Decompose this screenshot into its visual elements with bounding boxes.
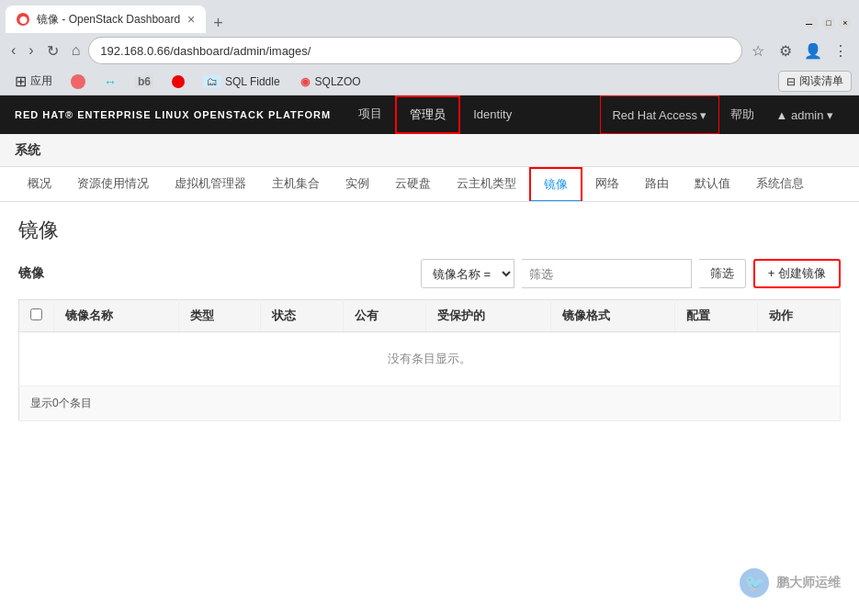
sqlzoo-icon: ◉	[299, 75, 311, 88]
close-window-button[interactable]: ×	[839, 17, 852, 29]
extensions-icon[interactable]: ⚙	[774, 39, 797, 62]
tab-close-button[interactable]: ×	[187, 12, 195, 27]
secondary-nav: 系统	[0, 134, 859, 167]
address-input[interactable]	[89, 38, 741, 63]
new-tab-button[interactable]: +	[206, 14, 231, 33]
section-label: 系统	[15, 142, 40, 159]
col-public: 公有	[344, 300, 426, 332]
tab-favicon: ⬤	[17, 13, 29, 26]
nav-item-project[interactable]: 项目	[345, 95, 395, 134]
admin-menu-button[interactable]: ▲ admin ▾	[765, 95, 845, 134]
subnav-sysinfo[interactable]: 系统信息	[743, 167, 817, 202]
reading-icon: ⊟	[786, 75, 796, 88]
bookmark-apps[interactable]: ⊞ 应用	[7, 71, 60, 92]
subnav-host-aggregates[interactable]: 主机集合	[259, 167, 333, 202]
bookmark-red[interactable]	[164, 73, 192, 90]
reload-button[interactable]: ↻	[43, 40, 62, 62]
bookmarks-bar: ⊞ 应用 ↔ b6 🗂 SQL Fiddle ◉ SQLZOO ⊟ 阅读清单	[0, 68, 859, 95]
subnav-images[interactable]: 镜像	[529, 167, 582, 202]
subnav-instances[interactable]: 实例	[333, 167, 382, 202]
menu-icon[interactable]: ⋮	[830, 39, 852, 62]
subnav-defaults[interactable]: 默认值	[682, 167, 743, 202]
red-hat-access-button[interactable]: Red Hat Access ▾	[600, 95, 718, 134]
help-button[interactable]: 帮助	[719, 95, 765, 134]
table-footer: 显示0个条目	[19, 386, 841, 421]
browser-tab[interactable]: ⬤ 镜像 - OpenStack Dashboard ×	[6, 6, 206, 33]
subnav-volumes[interactable]: 云硬盘	[382, 167, 444, 202]
col-name: 镜像名称	[54, 300, 179, 332]
col-protected: 受保护的	[426, 300, 551, 332]
watermark: 🐦 鹏大师运维	[740, 568, 841, 598]
nav-item-admin[interactable]: 管理员	[395, 95, 460, 134]
red-circle-icon	[172, 75, 185, 88]
bookmark-right: ⊟ 阅读清单	[778, 71, 852, 92]
bookmark-sqlfiddle[interactable]: 🗂 SQL Fiddle	[196, 73, 288, 90]
filter-input[interactable]	[522, 259, 692, 288]
checkbox-col-header	[19, 300, 54, 332]
subnav-overview[interactable]: 概况	[15, 167, 64, 202]
openstack-ui: RED HAT® ENTERPRISE LINUX OPENSTACK PLAT…	[0, 95, 859, 436]
subnav-flavors[interactable]: 云主机类型	[444, 167, 529, 202]
forward-button[interactable]: ›	[25, 40, 37, 61]
images-table: 镜像名称 类型 状态 公有 受保护的 镜像格式 配置 动作 没有条目显示。 显示…	[18, 299, 841, 421]
create-image-button[interactable]: + 创建镜像	[753, 259, 841, 288]
minimize-button[interactable]: –	[806, 17, 819, 29]
col-action: 动作	[758, 300, 841, 332]
bookmark-sqlzoo[interactable]: ◉ SQLZOO	[291, 73, 368, 90]
col-format: 镜像格式	[550, 300, 675, 332]
filter-button[interactable]: 筛选	[699, 259, 746, 288]
table-header-row: 镜像名称 类型 状态 公有 受保护的 镜像格式 配置 动作	[19, 300, 841, 332]
subnav-hypervisors[interactable]: 虚拟机管理器	[162, 167, 259, 202]
profile-icon[interactable]: 👤	[802, 39, 824, 62]
col-status: 状态	[261, 300, 344, 332]
top-nav: RED HAT® ENTERPRISE LINUX OPENSTACK PLAT…	[0, 95, 859, 134]
empty-row: 没有条目显示。	[19, 332, 841, 386]
page-content: 镜像 镜像 镜像名称 = 筛选 + 创建镜像 镜像名称 类型 状态 公	[0, 202, 859, 436]
subnav-routers[interactable]: 路由	[632, 167, 682, 202]
filter-select[interactable]: 镜像名称 =	[421, 259, 514, 288]
watermark-icon: 🐦	[740, 568, 769, 598]
nav-item-identity[interactable]: Identity	[460, 95, 525, 134]
star-icon[interactable]: ☆	[747, 39, 769, 62]
home-button[interactable]: ⌂	[68, 40, 85, 61]
col-type: 类型	[178, 300, 261, 332]
orange-circle-icon	[71, 74, 85, 89]
address-bar-row: ‹ › ↻ ⌂ ☆ ⚙ 👤 ⋮	[0, 33, 859, 68]
table-footer-row: 显示0个条目	[19, 386, 841, 421]
toolbar-icons: ☆ ⚙ 👤 ⋮	[747, 39, 852, 62]
sqlfiddle-icon: 🗂	[203, 75, 221, 88]
watermark-text: 鹏大师运维	[776, 575, 841, 591]
bookmark-b6[interactable]: b6	[128, 73, 161, 90]
browser-chrome: ⬤ 镜像 - OpenStack Dashboard × + – □ × ‹ ›…	[0, 0, 859, 95]
page-title: 镜像	[18, 217, 841, 244]
rhel-logo: RED HAT® ENTERPRISE LINUX OPENSTACK PLAT…	[15, 109, 331, 120]
maximize-button[interactable]: □	[822, 17, 835, 29]
select-all-checkbox[interactable]	[30, 308, 42, 320]
bookmark-cyan[interactable]: ↔	[96, 73, 124, 91]
sub-nav: 概况 资源使用情况 虚拟机管理器 主机集合 实例 云硬盘 云主机类型 镜像 网络…	[0, 167, 859, 202]
back-button[interactable]: ‹	[7, 40, 19, 61]
table-label: 镜像	[18, 265, 44, 282]
table-toolbar: 镜像 镜像名称 = 筛选 + 创建镜像	[18, 259, 841, 288]
cyan-icon: ↔	[104, 74, 117, 89]
empty-message: 没有条目显示。	[19, 332, 841, 386]
grid-icon: ⊞	[15, 73, 27, 90]
b6-icon: b6	[135, 75, 153, 88]
subnav-networks[interactable]: 网络	[582, 167, 632, 202]
bookmark-orange[interactable]	[63, 73, 93, 91]
reading-list-button[interactable]: ⊟ 阅读清单	[778, 71, 852, 92]
tab-title: 镜像 - OpenStack Dashboard	[37, 12, 180, 28]
col-config: 配置	[675, 300, 758, 332]
top-nav-right: Red Hat Access ▾ 帮助 ▲ admin ▾	[600, 95, 844, 134]
subnav-usage[interactable]: 资源使用情况	[64, 167, 162, 202]
